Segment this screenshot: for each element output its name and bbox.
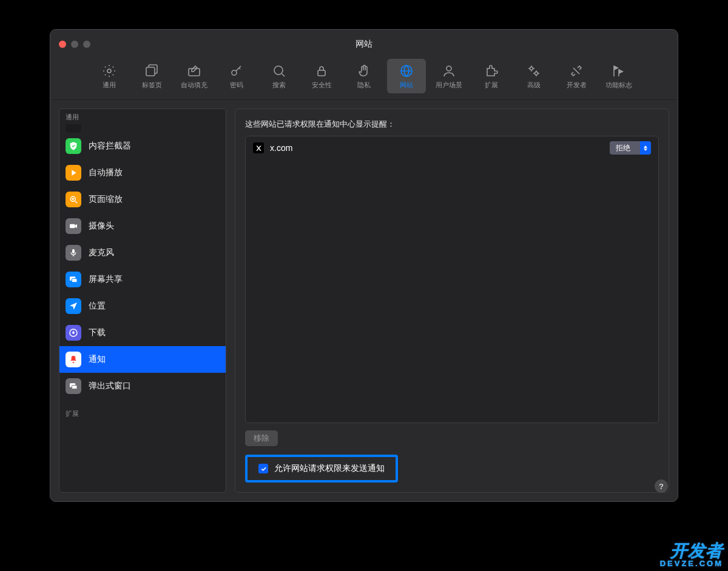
play-icon: [66, 165, 81, 181]
checkbox-checked-icon[interactable]: [258, 464, 268, 473]
sidebar-item-camera[interactable]: 摄像头: [59, 213, 226, 239]
toolbar: 通用 标签页 自动填充 密码 搜索: [50, 59, 678, 100]
tab-label: 扩展: [485, 81, 498, 90]
search-icon: [272, 62, 286, 79]
sidebar: 通用 内容拦截器 自动播放: [59, 109, 226, 493]
tab-label: 开发者: [567, 81, 587, 90]
svg-rect-12: [72, 249, 75, 253]
sidebar-item-notifications[interactable]: 通知: [59, 346, 226, 373]
tab-search[interactable]: 搜索: [260, 59, 298, 93]
tab-label: 用户场景: [436, 81, 462, 90]
sidebar-item-label: 下载: [89, 327, 106, 338]
site-permission-select[interactable]: 拒绝: [610, 141, 651, 155]
svg-rect-5: [318, 70, 325, 76]
tab-label: 隐私: [357, 81, 371, 90]
sidebar-item-label: 弹出式窗口: [89, 381, 131, 392]
sidebar-item-truncated[interactable]: [59, 124, 226, 133]
tab-label: 标签页: [142, 81, 162, 90]
main-panel: 这些网站已请求权限在通知中心显示提醒： x.com 拒绝 移除: [235, 109, 669, 493]
gears-icon: [527, 62, 541, 79]
sidebar-item-label: 页面缩放: [89, 194, 123, 205]
screen-share-icon: [66, 272, 81, 287]
main-description: 这些网站已请求权限在通知中心显示提醒：: [245, 119, 659, 130]
chevron-up-down-icon: [640, 141, 651, 155]
help-button[interactable]: ?: [655, 479, 668, 493]
svg-rect-2: [189, 68, 200, 76]
x-icon: [253, 142, 264, 153]
sidebar-item-autoplay[interactable]: 自动播放: [59, 159, 226, 186]
wrench-icon: [569, 62, 584, 79]
pencil-box-icon: [187, 62, 201, 79]
tab-privacy[interactable]: 隐私: [345, 59, 383, 93]
site-permission-value: 拒绝: [610, 143, 640, 153]
site-list[interactable]: x.com 拒绝: [245, 136, 659, 423]
svg-point-9: [535, 72, 538, 75]
sidebar-item-label: 通知: [89, 354, 106, 365]
watermark-line2: DEVZE.COM: [660, 559, 723, 567]
location-icon: [66, 298, 81, 314]
svg-rect-14: [72, 279, 77, 282]
gear-icon: [102, 62, 116, 79]
tab-flags[interactable]: 功能标志: [599, 59, 638, 93]
svg-point-8: [530, 67, 533, 70]
tabs-icon: [144, 62, 159, 79]
download-icon: [66, 325, 81, 341]
window-title: 网站: [50, 39, 678, 50]
tab-passwords[interactable]: 密码: [217, 59, 256, 93]
tab-label: 安全性: [312, 81, 332, 90]
tab-label: 自动填充: [181, 81, 207, 90]
sidebar-item-page-zoom[interactable]: 页面缩放: [59, 186, 226, 213]
sidebar-item-label: 屏幕共享: [89, 274, 123, 285]
person-icon: [442, 62, 456, 79]
tab-security[interactable]: 安全性: [302, 59, 341, 93]
tab-label: 功能标志: [605, 81, 632, 90]
tab-general[interactable]: 通用: [90, 59, 129, 93]
sidebar-item-label: 麦克风: [89, 247, 114, 258]
tab-label: 通用: [103, 81, 116, 90]
sidebar-item-content-blockers[interactable]: 内容拦截器: [59, 133, 226, 159]
bell-icon: [66, 352, 81, 367]
key-icon: [229, 62, 244, 79]
sidebar-item-popup-windows[interactable]: 弹出式窗口: [59, 373, 226, 399]
tab-autofill[interactable]: 自动填充: [175, 59, 214, 93]
site-domain: x.com: [270, 143, 604, 153]
svg-point-3: [232, 70, 237, 75]
svg-point-4: [274, 66, 283, 75]
sidebar-item-screen-sharing[interactable]: 屏幕共享: [59, 266, 226, 293]
allow-websites-checkbox-row[interactable]: 允许网站请求权限来发送通知: [245, 455, 398, 483]
tab-advanced[interactable]: 高级: [514, 59, 553, 93]
sidebar-item-label: 内容拦截器: [89, 141, 131, 152]
tab-profiles[interactable]: 用户场景: [430, 59, 468, 93]
hand-icon: [357, 62, 371, 79]
site-row[interactable]: x.com 拒绝: [246, 136, 658, 159]
titlebar: 网站: [50, 30, 678, 59]
tab-tabs[interactable]: 标签页: [132, 59, 171, 93]
tab-extensions[interactable]: 扩展: [472, 59, 511, 93]
puzzle-icon: [484, 62, 499, 79]
watermark-line1: 开发者: [670, 541, 723, 560]
allow-websites-label: 允许网站请求权限来发送通知: [274, 463, 385, 474]
preferences-window: 网站 通用 标签页 自动填充 密码: [50, 29, 678, 502]
svg-point-7: [447, 66, 451, 71]
remove-button[interactable]: 移除: [245, 430, 278, 446]
window-icon: [66, 378, 81, 394]
tab-developer[interactable]: 开发者: [557, 59, 596, 93]
shield-check-icon: [66, 138, 81, 154]
camera-icon: [66, 218, 81, 234]
sidebar-item-downloads[interactable]: 下载: [59, 319, 226, 346]
tab-label: 密码: [230, 81, 243, 90]
sidebar-item-location[interactable]: 位置: [59, 293, 226, 319]
flags-icon: [612, 62, 626, 79]
tab-websites[interactable]: 网站: [387, 59, 426, 93]
svg-rect-11: [70, 224, 75, 229]
sidebar-item-label: 位置: [89, 301, 106, 312]
svg-rect-17: [72, 386, 77, 389]
svg-rect-1: [146, 67, 155, 76]
sidebar-item-label: 自动播放: [89, 167, 123, 178]
lock-icon: [314, 62, 329, 79]
sidebar-item-microphone[interactable]: 麦克风: [59, 239, 226, 266]
tab-label: 搜索: [272, 81, 286, 90]
mic-icon: [66, 245, 81, 261]
svg-point-0: [107, 69, 111, 73]
sidebar-list[interactable]: 内容拦截器 自动播放 页面缩放: [59, 124, 226, 492]
